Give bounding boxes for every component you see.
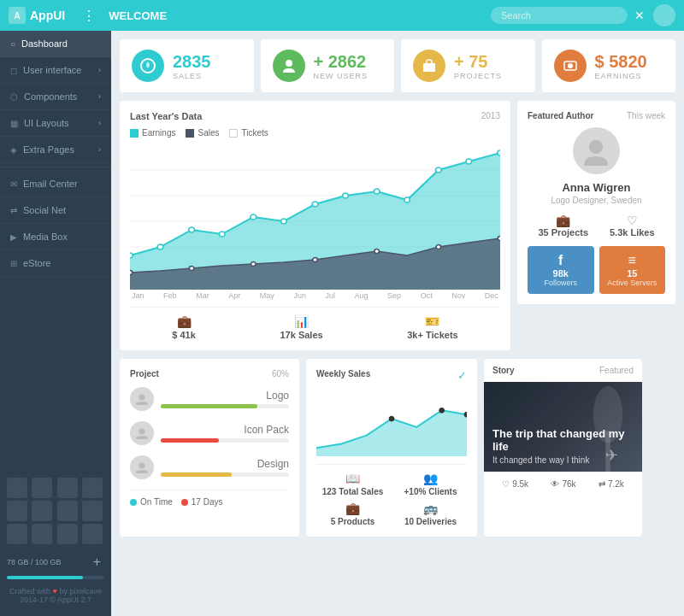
project-avatar-design xyxy=(130,455,154,479)
chevron-right-icon: › xyxy=(98,145,101,154)
chart-card: Last Year's Data 2013 Earnings Sales Tic… xyxy=(120,101,510,350)
server-btn[interactable]: ≡ 15 Active Servers xyxy=(599,246,666,294)
facebook-btn[interactable]: f 98k Followers xyxy=(528,246,594,294)
svg-point-17 xyxy=(281,219,287,224)
story-headline: The trip that changed my life xyxy=(492,427,642,454)
svg-point-31 xyxy=(498,237,500,241)
sidebar-item-media[interactable]: ▶ Media Box xyxy=(0,224,111,250)
dashboard-icon: ○ xyxy=(10,39,15,49)
menu-dots[interactable]: ⋮ xyxy=(82,8,96,24)
sidebar-item-social[interactable]: ⇄ Social Net xyxy=(0,197,111,224)
search-clear-icon[interactable]: ✕ xyxy=(634,9,645,22)
storage-info: 78 GB / 100 GB + xyxy=(7,551,104,573)
eye-icon: 👁 xyxy=(551,479,559,489)
story-views: 76k xyxy=(562,479,575,489)
crafted-text: Crafted with ♥ by pixelcave2014-17 © App… xyxy=(7,582,104,609)
bottom-row: Project 60% Logo xyxy=(120,359,675,537)
svg-point-32 xyxy=(589,140,603,154)
sidebar-item-ui-layouts[interactable]: ▦ UI Layouts › xyxy=(0,110,111,137)
layouts-icon: ▦ xyxy=(10,119,18,128)
weekly-chart xyxy=(316,389,467,457)
project-name-logo: Logo xyxy=(161,390,289,402)
project-avatar-logo xyxy=(130,387,154,411)
icon-grid xyxy=(7,478,104,544)
sidebar-item-email[interactable]: ✉ Email Center xyxy=(0,171,111,197)
svg-point-13 xyxy=(157,244,163,249)
store-icon: ⊞ xyxy=(10,259,17,268)
stat-users: + 2862 NEW USERS xyxy=(261,39,395,92)
extra-icon: ◈ xyxy=(10,145,17,155)
svg-point-38 xyxy=(439,408,445,413)
svg-point-22 xyxy=(436,167,442,173)
project-avatar-iconpack xyxy=(130,421,154,445)
svg-point-39 xyxy=(464,412,467,417)
svg-point-28 xyxy=(313,258,318,262)
project-name-iconpack: Icon Pack xyxy=(161,424,289,436)
sidebar-item-extra-pages[interactable]: ◈ Extra Pages › xyxy=(0,137,111,163)
project-card: Project 60% Logo xyxy=(120,359,299,537)
page-title: WELCOME xyxy=(109,9,491,22)
chevron-right-icon: › xyxy=(98,119,101,127)
avatar[interactable] xyxy=(653,4,675,26)
author-role: Logo Designer, Sweden xyxy=(528,196,665,205)
projects-icon xyxy=(413,50,445,82)
chevron-right-icon: › xyxy=(98,92,101,101)
weekly-clients: +10% Clients xyxy=(394,487,467,496)
author-stats: 💼 35 Projects ♡ 5.3k Likes xyxy=(528,214,665,238)
svg-point-20 xyxy=(374,189,380,194)
weekly-total-sales: 123 Total Sales xyxy=(316,487,389,496)
search-input[interactable] xyxy=(491,7,628,24)
project-item-iconpack: Icon Pack xyxy=(130,421,289,445)
author-avatar xyxy=(573,127,620,174)
sales-icon xyxy=(132,50,164,82)
author-title: Featured Author xyxy=(528,111,593,120)
project-on-time: On Time xyxy=(140,497,173,507)
svg-point-15 xyxy=(219,232,225,237)
chevron-right-icon: › xyxy=(98,66,101,74)
weekly-title: Weekly Sales xyxy=(316,369,370,382)
story-shares: 7.2k xyxy=(608,479,624,489)
svg-point-16 xyxy=(251,214,256,220)
logo-icon: A xyxy=(9,7,26,24)
svg-point-26 xyxy=(189,267,194,271)
author-name: Anna Wigren xyxy=(528,181,665,194)
story-featured: Featured xyxy=(599,366,634,375)
sidebar-item-dashboard[interactable]: ○ Dashboard xyxy=(0,31,111,57)
story-card: Story Featured ✈ The trip that changed m… xyxy=(484,359,642,537)
svg-point-34 xyxy=(139,429,145,435)
sidebar-item-label: Components xyxy=(24,91,77,102)
earnings-label: EARNINGS xyxy=(595,72,647,80)
svg-point-37 xyxy=(389,416,394,421)
heart-icon: ♡ xyxy=(502,479,510,489)
svg-point-1 xyxy=(286,60,292,67)
svg-point-19 xyxy=(343,193,349,198)
project-item-design: Design xyxy=(130,455,289,479)
sales-label: SALES xyxy=(173,72,211,80)
svg-point-35 xyxy=(139,463,145,469)
weekly-check-icon: ✓ xyxy=(457,369,467,382)
author-card: Featured Author This week Anna Wigren Lo… xyxy=(517,101,675,304)
logo-text: AppUI xyxy=(30,9,65,22)
sidebar-item-components[interactable]: ⬡ Components › xyxy=(0,84,111,110)
project-name-design: Design xyxy=(161,458,289,470)
author-likes: 5.3k Likes xyxy=(610,227,655,238)
logo: A AppUI xyxy=(9,7,65,24)
svg-point-18 xyxy=(312,202,318,207)
sidebar-item-label: Email Center xyxy=(23,179,78,189)
main-content: 2835 SALES + 2862 NEW USERS + 75 xyxy=(111,31,684,616)
weekly-stats: 📖 123 Total Sales 👥 +10% Clients 💼 5 Pro… xyxy=(316,464,467,526)
author-projects: 35 Projects xyxy=(538,227,588,238)
sidebar-item-user-interface[interactable]: ◻ User interface › xyxy=(0,57,111,84)
sidebar-item-estore[interactable]: ⊞ eStore xyxy=(0,250,111,277)
month-labels: JanFebMarAprMayJunJulAugSepOctNovDec xyxy=(130,291,500,300)
svg-point-14 xyxy=(189,227,195,232)
project-days: 17 Days xyxy=(192,497,223,507)
svg-point-30 xyxy=(436,245,441,249)
project-item-logo: Logo xyxy=(130,387,289,411)
legend-tickets: Tickets xyxy=(241,128,268,138)
chart-legend: Earnings Sales Tickets xyxy=(130,128,500,138)
mid-row: Last Year's Data 2013 Earnings Sales Tic… xyxy=(120,101,675,350)
users-label: NEW USERS xyxy=(314,72,369,80)
add-icon[interactable]: + xyxy=(93,554,104,570)
chart-year: 2013 xyxy=(481,111,500,121)
